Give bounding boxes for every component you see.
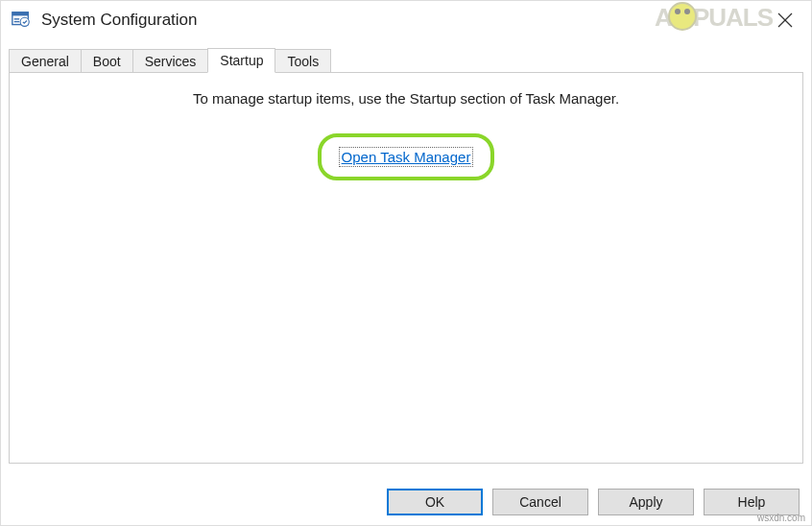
ok-button[interactable]: OK — [387, 489, 483, 515]
tab-general[interactable]: General — [9, 49, 82, 73]
system-configuration-window: System Configuration A PUALS General Boo… — [0, 0, 812, 526]
apply-button[interactable]: Apply — [598, 489, 694, 515]
help-button[interactable]: Help — [704, 489, 800, 515]
tab-services[interactable]: Services — [132, 49, 209, 73]
highlight-annotation: Open Task Manager — [318, 133, 495, 180]
window-title: System Configuration — [41, 11, 801, 30]
close-icon — [777, 12, 793, 28]
tab-startup[interactable]: Startup — [207, 48, 275, 73]
tab-boot[interactable]: Boot — [81, 49, 133, 73]
titlebar: System Configuration — [1, 1, 811, 39]
close-button[interactable] — [771, 9, 800, 32]
tab-content-startup: To manage startup items, use the Startup… — [9, 72, 803, 464]
svg-rect-3 — [14, 21, 20, 22]
instruction-text: To manage startup items, use the Startup… — [10, 90, 802, 107]
app-icon — [11, 10, 32, 31]
tabstrip: General Boot Services Startup Tools — [9, 47, 803, 72]
svg-rect-1 — [12, 12, 29, 16]
cancel-button[interactable]: Cancel — [492, 489, 588, 515]
client-area: General Boot Services Startup Tools To m… — [1, 39, 811, 464]
svg-point-4 — [20, 17, 29, 26]
open-task-manager-link[interactable]: Open Task Manager — [339, 147, 474, 167]
svg-rect-2 — [14, 18, 20, 19]
dialog-button-row: OK Cancel Apply Help — [387, 489, 800, 515]
tab-tools[interactable]: Tools — [275, 49, 331, 73]
